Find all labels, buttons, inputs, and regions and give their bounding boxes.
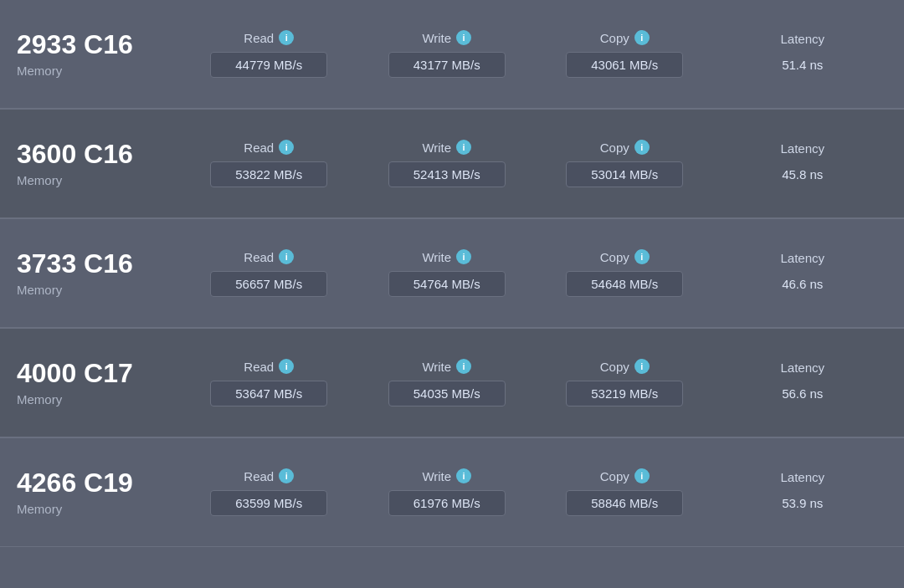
latency-value-3: 46.6 ns <box>768 272 836 296</box>
read-header-3: Read i <box>244 249 294 264</box>
latency-header-2: Latency <box>780 141 824 156</box>
read-group-5: Read i 63599 MB/s <box>184 468 354 516</box>
write-group-1: Write i 43177 MB/s <box>362 30 532 78</box>
latency-group-2: Latency 45.8 ns <box>718 141 888 187</box>
copy-label-2: Copy <box>600 141 629 155</box>
read-group-2: Read i 53822 MB/s <box>184 140 354 187</box>
copy-info-icon-1[interactable]: i <box>634 30 650 45</box>
copy-label-4: Copy <box>600 360 629 374</box>
write-info-icon-5[interactable]: i <box>456 468 471 483</box>
copy-value-5: 58846 MB/s <box>566 490 683 516</box>
copy-header-5: Copy i <box>600 468 650 483</box>
write-group-4: Write i 54035 MB/s <box>362 359 532 406</box>
profile-subtitle-4: Memory <box>17 392 184 406</box>
write-group-5: Write i 61976 MB/s <box>362 468 532 516</box>
write-label-5: Write <box>422 469 451 483</box>
latency-group-1: Latency 51.4 ns <box>718 32 888 77</box>
write-info-icon-4[interactable]: i <box>456 359 471 374</box>
copy-info-icon-3[interactable]: i <box>634 249 650 264</box>
read-label-1: Read <box>244 31 274 45</box>
write-info-icon-1[interactable]: i <box>456 30 471 45</box>
read-value-1: 44779 MB/s <box>210 52 327 78</box>
profile-subtitle-3: Memory <box>17 283 184 297</box>
write-label-4: Write <box>422 360 451 374</box>
latency-group-5: Latency 53.9 ns <box>718 470 888 515</box>
copy-group-3: Copy i 54648 MB/s <box>540 249 710 297</box>
read-group-4: Read i 53647 MB/s <box>184 359 354 406</box>
latency-header-4: Latency <box>780 360 824 375</box>
copy-group-4: Copy i 53219 MB/s <box>540 359 710 406</box>
metrics-group-3: Read i 56657 MB/s Write i 54764 MB/s Cop… <box>184 249 887 297</box>
write-value-5: 61976 MB/s <box>388 490 506 516</box>
write-header-5: Write i <box>422 468 471 483</box>
copy-group-1: Copy i 43061 MB/s <box>540 30 710 78</box>
write-label-2: Write <box>422 141 451 155</box>
benchmark-row-2: 3600 C16 Memory Read i 53822 MB/s Write … <box>0 110 904 218</box>
profile-subtitle-1: Memory <box>17 64 184 78</box>
read-info-icon-3[interactable]: i <box>279 249 294 264</box>
read-info-icon-4[interactable]: i <box>279 359 294 374</box>
copy-info-icon-4[interactable]: i <box>634 359 650 374</box>
write-label-1: Write <box>422 31 451 45</box>
metrics-group-5: Read i 63599 MB/s Write i 61976 MB/s Cop… <box>184 468 887 516</box>
copy-group-2: Copy i 53014 MB/s <box>540 140 710 187</box>
copy-value-4: 53219 MB/s <box>566 381 683 406</box>
read-value-5: 63599 MB/s <box>210 490 327 516</box>
write-header-4: Write i <box>422 359 471 374</box>
write-value-2: 52413 MB/s <box>388 161 506 187</box>
profile-title-2: 3600 C16 <box>17 140 184 169</box>
latency-group-3: Latency 46.6 ns <box>718 251 888 296</box>
read-label-5: Read <box>244 469 274 483</box>
write-group-2: Write i 52413 MB/s <box>362 140 532 187</box>
read-label-2: Read <box>244 141 274 155</box>
metrics-group-4: Read i 53647 MB/s Write i 54035 MB/s Cop… <box>184 359 887 406</box>
read-info-icon-5[interactable]: i <box>279 468 294 483</box>
write-value-3: 54764 MB/s <box>388 271 506 297</box>
read-value-2: 53822 MB/s <box>210 161 327 187</box>
benchmark-row-3: 3733 C16 Memory Read i 56657 MB/s Write … <box>0 219 904 328</box>
read-value-4: 53647 MB/s <box>210 381 327 406</box>
benchmark-row-1: 2933 C16 Memory Read i 44779 MB/s Write … <box>0 0 904 109</box>
copy-value-2: 53014 MB/s <box>566 161 683 187</box>
write-label-3: Write <box>422 250 451 264</box>
read-label-4: Read <box>244 360 274 374</box>
latency-group-4: Latency 56.6 ns <box>718 360 888 406</box>
read-group-1: Read i 44779 MB/s <box>184 30 354 78</box>
read-label-3: Read <box>244 250 274 264</box>
profile-title-3: 3733 C16 <box>17 249 184 279</box>
write-info-icon-3[interactable]: i <box>456 249 471 264</box>
copy-info-icon-5[interactable]: i <box>634 468 650 483</box>
copy-value-1: 43061 MB/s <box>566 52 683 78</box>
latency-header-3: Latency <box>780 251 824 265</box>
profile-title-1: 2933 C16 <box>17 30 184 59</box>
write-header-3: Write i <box>422 249 471 264</box>
copy-group-5: Copy i 58846 MB/s <box>540 468 710 516</box>
metrics-group-1: Read i 44779 MB/s Write i 43177 MB/s Cop… <box>184 30 887 78</box>
latency-value-2: 45.8 ns <box>768 162 836 187</box>
read-header-5: Read i <box>244 468 294 483</box>
read-info-icon-2[interactable]: i <box>279 140 294 155</box>
write-info-icon-2[interactable]: i <box>456 140 471 155</box>
read-header-4: Read i <box>244 359 294 374</box>
profile-subtitle-2: Memory <box>17 173 184 187</box>
read-header-1: Read i <box>244 30 294 45</box>
profile-name-2: 3600 C16 Memory <box>17 140 184 187</box>
profile-name-3: 3733 C16 Memory <box>17 249 184 296</box>
read-info-icon-1[interactable]: i <box>279 30 294 45</box>
read-header-2: Read i <box>244 140 294 155</box>
copy-label-1: Copy <box>600 31 629 45</box>
profile-title-5: 4266 C19 <box>17 468 184 498</box>
benchmark-row-5: 4266 C19 Memory Read i 63599 MB/s Write … <box>0 438 904 547</box>
latency-header-1: Latency <box>780 32 824 46</box>
copy-header-3: Copy i <box>600 249 650 264</box>
write-value-4: 54035 MB/s <box>388 381 506 406</box>
copy-label-3: Copy <box>600 250 629 264</box>
profile-name-4: 4000 C17 Memory <box>17 359 184 406</box>
write-header-1: Write i <box>422 30 471 45</box>
profile-subtitle-5: Memory <box>17 502 184 516</box>
benchmark-row-4: 4000 C17 Memory Read i 53647 MB/s Write … <box>0 329 904 437</box>
profile-name-1: 2933 C16 Memory <box>17 30 184 77</box>
latency-value-4: 56.6 ns <box>768 381 836 406</box>
main-container: 2933 C16 Memory Read i 44779 MB/s Write … <box>0 0 904 547</box>
copy-info-icon-2[interactable]: i <box>634 140 650 155</box>
